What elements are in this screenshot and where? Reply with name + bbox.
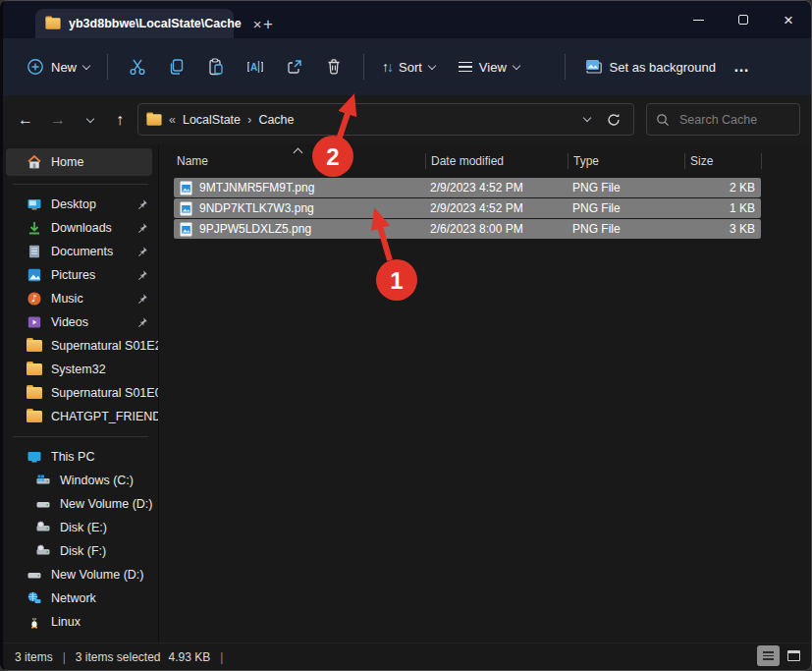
breadcrumb-cache[interactable]: Cache xyxy=(258,113,294,127)
address-dropdown-icon[interactable] xyxy=(583,114,591,122)
sidebar-item-new-volume[interactable]: New Volume (D:) xyxy=(3,563,158,587)
copy-icon xyxy=(167,57,187,77)
file-row[interactable]: 9NDP7KTLK7W3.png 2/9/2023 4:52 PM PNG Fi… xyxy=(174,198,761,218)
file-list-pane: Name Date modified Type Size xyxy=(159,144,811,643)
png-file-icon xyxy=(180,181,192,196)
breadcrumb-localstate[interactable]: LocalState xyxy=(183,113,241,127)
file-type: PNG File xyxy=(568,201,684,215)
svg-text:A: A xyxy=(250,62,257,73)
file-size: 2 KB xyxy=(684,181,761,195)
sidebar-item-drive-d[interactable]: New Volume (D:) xyxy=(3,492,158,516)
up-button[interactable]: ↑ xyxy=(105,104,135,136)
sidebar-item-label: Disk (E:) xyxy=(60,521,107,534)
maximize-icon xyxy=(738,15,748,25)
address-bar: ← → ↑ « LocalState › Cache xyxy=(3,95,811,144)
view-button[interactable]: View xyxy=(451,54,527,81)
title-bar: yb3d8bbwe\LocalState\Cache × + × xyxy=(3,1,811,38)
delete-button[interactable] xyxy=(314,49,353,84)
sidebar-item-music[interactable]: ♪ Music xyxy=(3,287,158,310)
share-button[interactable] xyxy=(275,49,314,84)
file-date: 2/6/2023 8:00 PM xyxy=(425,222,568,236)
explorer-tab[interactable]: yb3d8bbwe\LocalState\Cache × xyxy=(35,9,234,38)
sidebar-item-label: Downloads xyxy=(51,221,112,235)
file-row[interactable]: 9PJPW5LDXLZ5.png 2/6/2023 8:00 PM PNG Fi… xyxy=(174,219,761,239)
sidebar-item-folder[interactable]: CHATGPT_FRIENDS xyxy=(3,405,158,428)
item-count: 3 items xyxy=(15,650,53,664)
sidebar-item-linux[interactable]: Linux xyxy=(3,610,158,634)
file-name: 9MTJNMR5FM9T.png xyxy=(199,181,314,195)
sidebar-item-home[interactable]: Home xyxy=(6,148,152,176)
new-tab-button[interactable]: + xyxy=(263,16,273,32)
maximize-button[interactable] xyxy=(721,1,766,38)
back-icon: ← xyxy=(18,111,33,129)
pin-icon xyxy=(136,222,148,234)
pin-icon xyxy=(136,316,148,328)
windows-drive-icon xyxy=(35,473,51,488)
search-icon xyxy=(656,113,670,127)
music-icon: ♪ xyxy=(27,291,42,307)
rename-button[interactable]: A xyxy=(236,49,275,84)
refresh-icon[interactable] xyxy=(606,112,622,128)
search-input[interactable] xyxy=(677,112,785,128)
cut-button[interactable] xyxy=(118,49,157,84)
share-icon xyxy=(285,57,304,77)
sidebar-item-videos[interactable]: Videos xyxy=(3,310,158,334)
sidebar-item-desktop[interactable]: Desktop xyxy=(3,193,158,216)
set-as-background-button[interactable]: Set as background xyxy=(575,52,724,82)
column-header-name[interactable]: Name xyxy=(159,148,425,174)
details-view-button[interactable] xyxy=(757,645,780,666)
search-box[interactable] xyxy=(646,103,800,136)
column-header-size[interactable]: Size xyxy=(684,148,761,174)
network-icon xyxy=(27,590,42,606)
sidebar-item-label: Pictures xyxy=(51,268,95,282)
selection-size: 4.93 KB xyxy=(169,650,211,664)
column-header-date-modified[interactable]: Date modified xyxy=(425,148,568,174)
new-button-label: New xyxy=(51,60,77,75)
sidebar-item-label: Home xyxy=(51,155,83,169)
sort-button[interactable]: ↑↓ Sort xyxy=(374,53,443,81)
desktop-icon xyxy=(27,196,42,212)
recent-locations-button[interactable] xyxy=(76,104,105,136)
plus-circle-icon xyxy=(27,58,44,76)
file-type: PNG File xyxy=(568,222,684,236)
file-row[interactable]: 9MTJNMR5FM9T.png 2/9/2023 4:52 PM PNG Fi… xyxy=(174,178,761,197)
command-bar-right: Set as background … xyxy=(555,52,760,82)
command-bar: New A xyxy=(3,38,811,95)
drive-icon xyxy=(27,567,42,583)
tab-title: yb3d8bbwe\LocalState\Cache xyxy=(69,17,242,30)
close-button[interactable]: × xyxy=(766,1,811,38)
sidebar-item-folder[interactable]: System32 xyxy=(3,358,158,381)
folder-icon xyxy=(27,411,42,422)
sidebar-item-folder[interactable]: Supernatural S01E01 xyxy=(3,381,158,405)
sidebar-item-documents[interactable]: Documents xyxy=(3,240,158,263)
sidebar-item-drive-e[interactable]: Disk (E:) xyxy=(3,516,158,539)
window-controls: × xyxy=(676,1,811,38)
back-button[interactable]: ← xyxy=(11,104,40,136)
paste-button[interactable] xyxy=(196,49,236,84)
large-icons-view-button[interactable] xyxy=(783,645,805,666)
sidebar-item-drive-c[interactable]: Windows (C:) xyxy=(3,469,158,492)
address-box[interactable]: « LocalState › Cache xyxy=(137,103,634,136)
pin-icon xyxy=(136,293,148,305)
sidebar-item-label: Network xyxy=(51,591,96,605)
file-size: 3 KB xyxy=(684,222,761,236)
sidebar-item-label: New Volume (D:) xyxy=(60,497,152,511)
sidebar-item-pictures[interactable]: Pictures xyxy=(3,263,158,287)
minimize-button[interactable] xyxy=(676,1,721,38)
breadcrumb-overflow[interactable]: « xyxy=(169,113,176,127)
pictures-icon xyxy=(27,267,42,283)
new-button[interactable]: New xyxy=(19,52,97,82)
forward-button[interactable]: → xyxy=(43,104,73,136)
sidebar-item-downloads[interactable]: Downloads xyxy=(3,216,158,240)
sidebar-item-folder[interactable]: Supernatural S01E20 xyxy=(3,334,158,358)
column-header-type[interactable]: Type xyxy=(568,148,684,174)
breadcrumb-separator: › xyxy=(247,112,251,127)
more-options-button[interactable]: … xyxy=(724,58,760,76)
sidebar-item-drive-f[interactable]: Disk (F:) xyxy=(3,539,158,563)
copy-button[interactable] xyxy=(157,49,196,84)
minimize-icon xyxy=(693,20,704,21)
sidebar-item-network[interactable]: Network xyxy=(3,587,158,610)
sidebar-item-label: This PC xyxy=(51,450,94,464)
sidebar-item-this-pc[interactable]: This PC xyxy=(3,445,158,469)
paste-icon xyxy=(206,57,226,77)
